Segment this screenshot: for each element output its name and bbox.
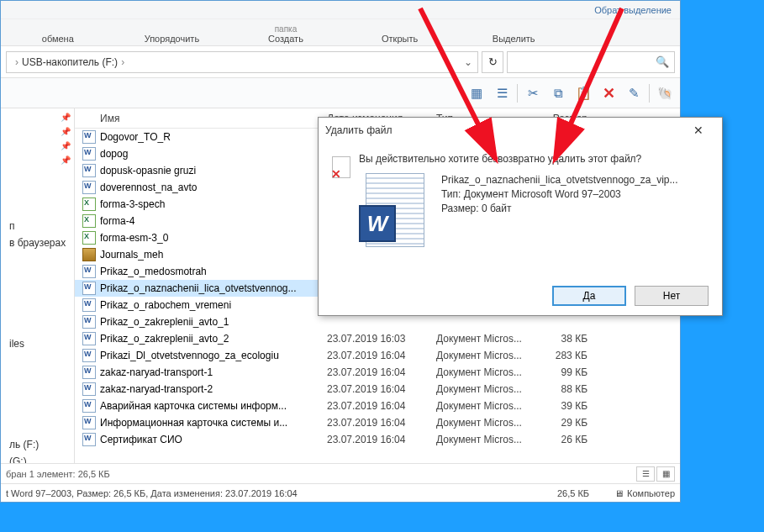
dialog-title: Удалить файл xyxy=(325,124,392,136)
sidebar: 📌 📌 📌 📌 п в браузерах iles ль (F:) (G:) xyxy=(1,108,75,463)
file-name: zakaz-naryad-transport-2 xyxy=(100,383,327,395)
file-size: 29 КБ xyxy=(537,417,596,429)
table-row[interactable]: zakaz-naryad-transport-223.07.2019 16:04… xyxy=(75,381,680,398)
file-name: Prikaz_o_zakreplenii_avto_1 xyxy=(100,316,327,328)
file-name: Prikaz_o_naznachenii_lica_otvetstvennog.… xyxy=(100,282,327,294)
address-bar[interactable]: › USB-накопитель (F:) › ⌄ xyxy=(6,51,478,73)
delete-icon[interactable]: ✕ xyxy=(597,82,620,105)
ribbon-open[interactable]: Открыть xyxy=(343,34,457,45)
word-icon xyxy=(82,264,97,279)
address-bar-row: › USB-накопитель (F:) › ⌄ ↻ 🔍 xyxy=(1,46,680,78)
ribbon-select-cut[interactable]: Обрат выделение xyxy=(586,5,680,15)
view-details-button[interactable]: ▦ xyxy=(465,82,488,105)
word-icon xyxy=(82,382,97,397)
col-name[interactable]: Имя xyxy=(75,113,327,124)
no-button[interactable]: Нет xyxy=(635,286,709,306)
file-size: 38 КБ xyxy=(537,333,596,345)
word-icon xyxy=(82,415,97,430)
sidebar-item[interactable]: 📌 xyxy=(1,153,74,167)
excel-icon xyxy=(82,197,97,212)
status-bar: бран 1 элемент: 26,5 КБ ☰ ▦ xyxy=(1,463,680,483)
word-icon xyxy=(82,146,97,161)
ribbon-folder-top: папка xyxy=(229,24,343,34)
ribbon-create-group[interactable]: папка Создать xyxy=(229,24,343,45)
ribbon-select[interactable]: Выделить xyxy=(456,34,571,45)
table-row[interactable]: Prikaz_o_zakreplenii_avto_1 xyxy=(75,313,680,330)
chevron-down-icon[interactable]: ⌄ xyxy=(464,56,472,68)
file-name: Prikaz_o_medosmotrah xyxy=(100,266,327,277)
file-name: forma-3-spech xyxy=(100,198,327,210)
yes-button[interactable]: Да xyxy=(552,286,626,306)
word-icon xyxy=(82,129,97,145)
search-input[interactable]: 🔍 xyxy=(507,51,675,73)
word-icon xyxy=(82,298,97,313)
paste-icon[interactable]: 📋 xyxy=(572,82,595,105)
rename-icon[interactable]: ✎ xyxy=(622,82,645,105)
refresh-button[interactable]: ↻ xyxy=(482,51,503,73)
word-icon xyxy=(82,398,97,413)
sidebar-item[interactable]: 📌 xyxy=(1,139,74,153)
file-name: Dogovor_TO_R xyxy=(100,131,327,143)
file-name: forma-esm-3_0 xyxy=(100,232,327,244)
file-name: Аварийная карточка системы информ... xyxy=(100,400,327,412)
file-type: Документ Micros... xyxy=(436,383,537,395)
table-row[interactable]: Prikazi_Dl_otvetstvennogo_za_ecologiu23.… xyxy=(75,347,680,364)
chevron-right-icon: › xyxy=(15,56,18,68)
file-size: 99 КБ xyxy=(537,366,596,378)
view-large-icon[interactable]: ▦ xyxy=(656,466,675,482)
status-left: t Word 97–2003, Размер: 26,5 КБ, Дата из… xyxy=(6,488,298,498)
sidebar-item[interactable]: п xyxy=(1,218,74,234)
file-name: Prikazi_Dl_otvetstvennogo_za_ecologiu xyxy=(100,350,327,361)
sidebar-item[interactable]: iles xyxy=(1,335,74,352)
file-name: dopog xyxy=(100,148,327,160)
file-type: Документ Micros... xyxy=(436,417,537,429)
pin-icon: 📌 xyxy=(61,155,71,165)
file-type: Документ Micros... xyxy=(436,366,537,378)
status-size: 26,5 КБ xyxy=(557,488,589,498)
file-name: dopusk-opasnie gruzi xyxy=(100,165,327,176)
copy-icon[interactable]: ⧉ xyxy=(546,82,570,105)
sidebar-item[interactable]: 📌 xyxy=(1,110,74,124)
excel-icon xyxy=(82,213,97,229)
search-icon: 🔍 xyxy=(656,55,669,68)
file-type: Документ Micros... xyxy=(436,333,537,345)
file-date: 23.07.2019 16:04 xyxy=(327,400,436,412)
word-icon xyxy=(82,180,97,195)
ribbon-exchange[interactable]: обмена xyxy=(1,34,115,45)
table-row[interactable]: Сертификат СИО23.07.2019 16:04Документ M… xyxy=(75,431,680,448)
pin-icon: 📌 xyxy=(61,141,71,150)
sidebar-item[interactable]: ль (F:) xyxy=(1,436,74,453)
status-selection: бран 1 элемент: 26,5 КБ xyxy=(6,469,110,479)
sidebar-item[interactable]: (G:) xyxy=(1,453,74,463)
close-icon[interactable]: ✕ xyxy=(682,124,715,137)
ribbon-create: Создать xyxy=(229,34,343,44)
word-icon xyxy=(82,432,97,447)
dialog-titlebar: Удалить файл ✕ xyxy=(319,118,722,143)
file-name: forma-4 xyxy=(100,215,327,227)
word-icon xyxy=(82,365,97,380)
archive-icon xyxy=(82,247,97,262)
cut-icon[interactable]: ✂ xyxy=(521,82,545,105)
file-date: 23.07.2019 16:04 xyxy=(327,417,436,429)
file-size: 283 КБ xyxy=(537,350,596,361)
file-size: 88 КБ xyxy=(537,383,596,395)
sidebar-item[interactable]: в браузерах xyxy=(1,234,74,251)
dialog-question: Вы действительно хотите безвозвратно уда… xyxy=(359,153,709,165)
file-name: Prikaz_o_zakreplenii_avto_2 xyxy=(100,333,327,345)
table-row[interactable]: Аварийная карточка системы информ...23.0… xyxy=(75,398,680,414)
file-name: Journals_meh xyxy=(100,249,327,261)
table-row[interactable]: Prikaz_o_zakreplenii_avto_223.07.2019 16… xyxy=(75,330,680,347)
view-list-button[interactable]: ☰ xyxy=(490,82,514,105)
sidebar-item[interactable]: 📌 xyxy=(1,124,74,139)
table-row[interactable]: Информационная карточка системы и...23.0… xyxy=(75,414,680,431)
file-type: Документ Micros... xyxy=(436,434,537,445)
shell-icon[interactable]: 🐚 xyxy=(653,82,677,105)
view-details-icon[interactable]: ☰ xyxy=(636,466,655,482)
delete-page-icon: ✕ xyxy=(332,153,359,273)
ribbon-organize[interactable]: Упорядочить xyxy=(115,34,229,45)
computer-icon: 🖥 xyxy=(614,488,624,498)
delete-file-dialog: Удалить файл ✕ ✕ Вы действительно хотите… xyxy=(318,117,723,316)
ribbon-upper: Обрат выделение xyxy=(1,1,680,19)
table-row[interactable]: zakaz-naryad-transport-123.07.2019 16:04… xyxy=(75,364,680,381)
dialog-type: Тип: Документ Microsoft Word 97–2003 xyxy=(441,187,678,202)
